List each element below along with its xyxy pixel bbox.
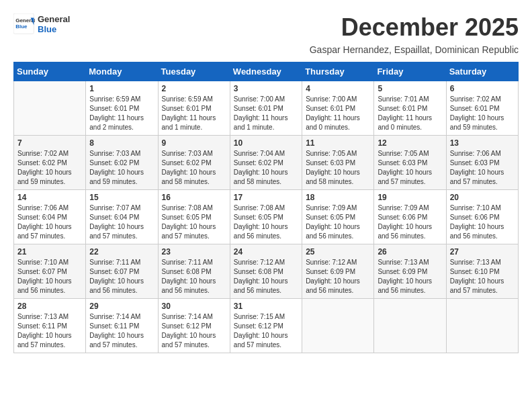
day-number: 24	[234, 247, 298, 257]
day-info: Sunrise: 7:04 AM Sunset: 6:02 PM Dayligh…	[234, 149, 298, 187]
logo-text: General Blue	[38, 14, 70, 34]
calendar-day-cell: 19Sunrise: 7:09 AM Sunset: 6:06 PM Dayli…	[374, 190, 446, 244]
day-number: 5	[378, 84, 442, 93]
day-info: Sunrise: 7:00 AM Sunset: 6:01 PM Dayligh…	[306, 95, 370, 132]
calendar-day-cell: 17Sunrise: 7:08 AM Sunset: 6:05 PM Dayli…	[230, 190, 302, 244]
calendar-day-cell: 2Sunrise: 6:59 AM Sunset: 6:01 PM Daylig…	[158, 81, 230, 136]
calendar-day-cell: 27Sunrise: 7:13 AM Sunset: 6:10 PM Dayli…	[446, 244, 518, 299]
day-info: Sunrise: 7:02 AM Sunset: 6:02 PM Dayligh…	[17, 149, 82, 187]
day-info: Sunrise: 7:13 AM Sunset: 6:09 PM Dayligh…	[378, 258, 442, 295]
day-info: Sunrise: 7:05 AM Sunset: 6:03 PM Dayligh…	[378, 149, 442, 187]
calendar-day-cell: 16Sunrise: 7:08 AM Sunset: 6:05 PM Dayli…	[158, 190, 230, 244]
header-wednesday: Wednesday	[230, 62, 302, 81]
svg-text:Blue: Blue	[15, 24, 28, 30]
header-monday: Monday	[86, 62, 158, 81]
calendar-day-cell: 28Sunrise: 7:13 AM Sunset: 6:11 PM Dayli…	[14, 299, 86, 353]
calendar-day-cell: 20Sunrise: 7:10 AM Sunset: 6:06 PM Dayli…	[446, 190, 518, 244]
day-info: Sunrise: 7:14 AM Sunset: 6:11 PM Dayligh…	[89, 312, 154, 350]
day-number: 18	[306, 193, 370, 202]
day-number: 26	[378, 247, 442, 257]
day-info: Sunrise: 7:15 AM Sunset: 6:12 PM Dayligh…	[234, 312, 298, 350]
calendar-day-cell: 7Sunrise: 7:02 AM Sunset: 6:02 PM Daylig…	[14, 136, 86, 190]
day-number: 8	[89, 138, 154, 148]
calendar-week-row: 21Sunrise: 7:10 AM Sunset: 6:07 PM Dayli…	[14, 244, 519, 299]
day-number: 31	[234, 302, 298, 311]
calendar-day-cell: 14Sunrise: 7:06 AM Sunset: 6:04 PM Dayli…	[14, 190, 86, 244]
month-title: December 2025	[341, 13, 519, 42]
calendar-day-cell: 21Sunrise: 7:10 AM Sunset: 6:07 PM Dayli…	[14, 244, 86, 299]
title-area: December 2025	[341, 13, 519, 42]
logo-area: General Blue General Blue	[13, 13, 70, 35]
day-number: 27	[450, 247, 515, 257]
header-saturday: Saturday	[446, 62, 518, 81]
calendar-day-cell: 25Sunrise: 7:12 AM Sunset: 6:09 PM Dayli…	[302, 244, 374, 299]
day-info: Sunrise: 7:06 AM Sunset: 6:04 PM Dayligh…	[17, 203, 82, 241]
day-info: Sunrise: 7:13 AM Sunset: 6:11 PM Dayligh…	[17, 312, 82, 350]
day-number: 17	[234, 193, 298, 202]
calendar-day-cell: 22Sunrise: 7:11 AM Sunset: 6:07 PM Dayli…	[86, 244, 158, 299]
day-info: Sunrise: 7:10 AM Sunset: 6:06 PM Dayligh…	[450, 203, 515, 241]
day-number: 15	[89, 193, 154, 202]
day-number: 7	[17, 138, 82, 148]
logo-icon: General Blue	[13, 13, 35, 35]
calendar-day-cell	[446, 299, 518, 353]
day-number: 22	[89, 247, 154, 257]
calendar-week-row: 28Sunrise: 7:13 AM Sunset: 6:11 PM Dayli…	[14, 299, 519, 353]
day-info: Sunrise: 7:14 AM Sunset: 6:12 PM Dayligh…	[162, 312, 226, 350]
day-info: Sunrise: 7:12 AM Sunset: 6:08 PM Dayligh…	[234, 258, 298, 295]
calendar-header-row: Sunday Monday Tuesday Wednesday Thursday…	[14, 62, 519, 81]
header: General Blue General Blue December 2025	[13, 13, 519, 42]
day-number: 29	[89, 302, 154, 311]
day-info: Sunrise: 7:08 AM Sunset: 6:05 PM Dayligh…	[234, 203, 298, 241]
header-sunday: Sunday	[14, 62, 86, 81]
calendar-day-cell: 31Sunrise: 7:15 AM Sunset: 6:12 PM Dayli…	[230, 299, 302, 353]
day-number: 28	[17, 302, 82, 311]
calendar-day-cell: 12Sunrise: 7:05 AM Sunset: 6:03 PM Dayli…	[374, 136, 446, 190]
day-number: 25	[306, 247, 370, 257]
day-info: Sunrise: 7:00 AM Sunset: 6:01 PM Dayligh…	[234, 95, 298, 132]
calendar-day-cell: 13Sunrise: 7:06 AM Sunset: 6:03 PM Dayli…	[446, 136, 518, 190]
page-container: General Blue General Blue December 2025 …	[13, 13, 519, 353]
calendar-day-cell: 4Sunrise: 7:00 AM Sunset: 6:01 PM Daylig…	[302, 81, 374, 136]
header-friday: Friday	[374, 62, 446, 81]
calendar-day-cell: 30Sunrise: 7:14 AM Sunset: 6:12 PM Dayli…	[158, 299, 230, 353]
day-info: Sunrise: 7:09 AM Sunset: 6:05 PM Dayligh…	[306, 203, 370, 241]
day-info: Sunrise: 7:03 AM Sunset: 6:02 PM Dayligh…	[162, 149, 226, 187]
calendar-week-row: 7Sunrise: 7:02 AM Sunset: 6:02 PM Daylig…	[14, 136, 519, 190]
day-info: Sunrise: 7:03 AM Sunset: 6:02 PM Dayligh…	[89, 149, 154, 187]
day-number: 3	[234, 84, 298, 93]
day-info: Sunrise: 7:05 AM Sunset: 6:03 PM Dayligh…	[306, 149, 370, 187]
calendar-table: Sunday Monday Tuesday Wednesday Thursday…	[13, 62, 519, 353]
calendar-day-cell: 15Sunrise: 7:07 AM Sunset: 6:04 PM Dayli…	[86, 190, 158, 244]
calendar-day-cell: 11Sunrise: 7:05 AM Sunset: 6:03 PM Dayli…	[302, 136, 374, 190]
day-number: 23	[162, 247, 226, 257]
day-number: 6	[450, 84, 515, 93]
calendar-week-row: 14Sunrise: 7:06 AM Sunset: 6:04 PM Dayli…	[14, 190, 519, 244]
day-number: 16	[162, 193, 226, 202]
calendar-day-cell: 9Sunrise: 7:03 AM Sunset: 6:02 PM Daylig…	[158, 136, 230, 190]
calendar-day-cell: 3Sunrise: 7:00 AM Sunset: 6:01 PM Daylig…	[230, 81, 302, 136]
calendar-day-cell	[374, 299, 446, 353]
day-info: Sunrise: 6:59 AM Sunset: 6:01 PM Dayligh…	[89, 95, 154, 132]
subtitle: Gaspar Hernandez, Espaillat, Dominican R…	[13, 44, 519, 55]
day-number: 20	[450, 193, 515, 202]
day-number: 10	[234, 138, 298, 148]
day-number: 13	[450, 138, 515, 148]
day-info: Sunrise: 7:01 AM Sunset: 6:01 PM Dayligh…	[378, 95, 442, 132]
day-info: Sunrise: 6:59 AM Sunset: 6:01 PM Dayligh…	[162, 95, 226, 132]
calendar-day-cell	[302, 299, 374, 353]
day-number: 2	[162, 84, 226, 93]
day-number: 30	[162, 302, 226, 311]
day-number: 19	[378, 193, 442, 202]
day-info: Sunrise: 7:11 AM Sunset: 6:07 PM Dayligh…	[89, 258, 154, 295]
day-info: Sunrise: 7:02 AM Sunset: 6:01 PM Dayligh…	[450, 95, 515, 132]
header-thursday: Thursday	[302, 62, 374, 81]
day-info: Sunrise: 7:11 AM Sunset: 6:08 PM Dayligh…	[162, 258, 226, 295]
day-number: 4	[306, 84, 370, 93]
header-tuesday: Tuesday	[158, 62, 230, 81]
day-info: Sunrise: 7:08 AM Sunset: 6:05 PM Dayligh…	[162, 203, 226, 241]
calendar-day-cell: 10Sunrise: 7:04 AM Sunset: 6:02 PM Dayli…	[230, 136, 302, 190]
calendar-day-cell: 24Sunrise: 7:12 AM Sunset: 6:08 PM Dayli…	[230, 244, 302, 299]
day-info: Sunrise: 7:06 AM Sunset: 6:03 PM Dayligh…	[450, 149, 515, 187]
day-number: 14	[17, 193, 82, 202]
